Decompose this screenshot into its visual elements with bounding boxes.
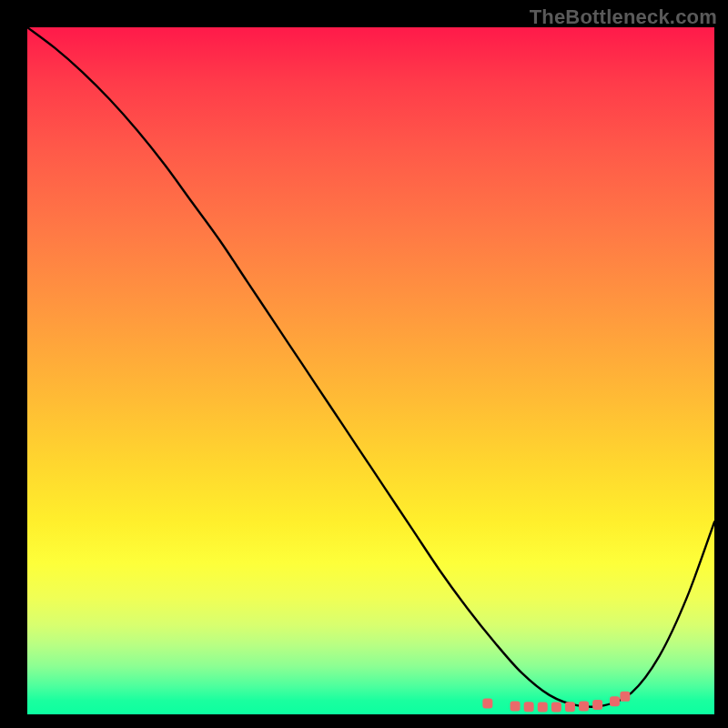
valley-marker xyxy=(538,703,548,713)
valley-marker xyxy=(592,700,602,710)
valley-marker xyxy=(524,702,534,712)
valley-marker xyxy=(565,702,575,712)
chart-container: TheBottleneck.com xyxy=(0,0,728,728)
valley-marker xyxy=(511,701,521,711)
curve-path xyxy=(27,27,714,707)
watermark-text: TheBottleneck.com xyxy=(530,5,717,29)
valley-markers-group xyxy=(482,692,630,713)
valley-marker xyxy=(610,696,620,706)
plot-area xyxy=(27,27,714,714)
valley-marker xyxy=(482,698,492,708)
valley-marker xyxy=(551,703,561,713)
chart-svg xyxy=(27,27,714,714)
valley-marker xyxy=(620,692,630,702)
valley-marker xyxy=(579,701,589,711)
